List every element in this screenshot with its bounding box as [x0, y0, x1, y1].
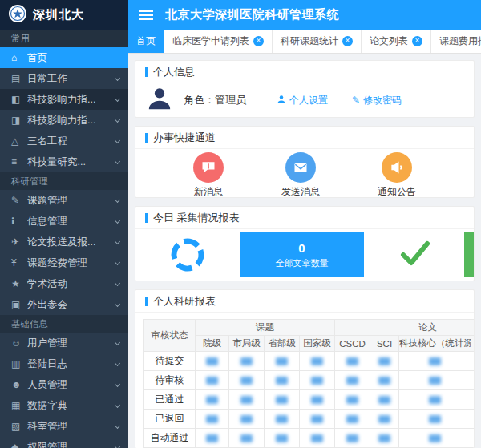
- report-count-link[interactable]: [240, 377, 253, 385]
- row-label: 已退回: [144, 410, 196, 429]
- sidebar-item-tech-influence-1[interactable]: ◧ 科技影响力指...: [0, 89, 128, 110]
- star-icon: ★: [11, 278, 27, 289]
- table-row: 待提交: [144, 352, 475, 371]
- report-count-link[interactable]: [311, 396, 323, 404]
- sidebar-item-department-mgmt[interactable]: ▧ 科室管理: [0, 416, 128, 437]
- report-count-link[interactable]: [378, 434, 390, 442]
- calendar-icon: ▤: [11, 73, 27, 84]
- report-count-link[interactable]: [311, 357, 323, 365]
- user-settings-icon: [277, 95, 286, 107]
- logo-text: 深圳北大: [33, 7, 84, 22]
- sidebar-item-tech-volume-research[interactable]: ≡ 科技量研究...: [0, 151, 128, 172]
- chevron-down-icon: [115, 280, 120, 285]
- sidebar-item-daily-work[interactable]: ▤ 日常工作: [0, 68, 128, 89]
- money-icon: ¥: [11, 257, 27, 268]
- quick-item-notice[interactable]: 通知公告: [378, 152, 416, 196]
- success-check-tile[interactable]: [364, 232, 464, 277]
- main-area: 首页 临床医学申请列表 × 科研课题统计 × 论文列表 × 课题费用报表 × 用…: [128, 30, 481, 448]
- report-count-link[interactable]: [378, 357, 390, 365]
- report-count-link[interactable]: [240, 357, 253, 365]
- menu-toggle-icon[interactable]: [139, 8, 153, 22]
- report-count-link[interactable]: [429, 396, 441, 404]
- tab-paper-list[interactable]: 论文列表 ×: [362, 30, 431, 53]
- sidebar-item-data-dictionary[interactable]: ▦ 数据字典: [0, 395, 128, 416]
- sidebar-section-common: 常用: [0, 30, 128, 47]
- tab-project-fee-report[interactable]: 课题费用报表 ×: [431, 30, 481, 53]
- report-count-link[interactable]: [346, 377, 358, 385]
- col-group-topic: 课题: [196, 320, 335, 336]
- people-icon: ☻: [11, 379, 27, 390]
- card-title-quick-actions: 办事快捷通道: [135, 127, 474, 149]
- personal-settings-link[interactable]: 个人设置: [277, 94, 328, 107]
- col-header-status: 审核状态: [144, 320, 196, 352]
- daily-collection-card: 今日 采集情况报表 0 全部文章数量: [135, 206, 475, 281]
- sidebar-item-academic-activity[interactable]: ★ 学术活动: [0, 273, 128, 294]
- report-count-link[interactable]: [206, 357, 218, 365]
- report-count-link[interactable]: [429, 377, 441, 385]
- report-count-link[interactable]: [206, 434, 218, 442]
- report-count-link[interactable]: [311, 434, 323, 442]
- col-header: SCI: [370, 336, 399, 352]
- chevron-down-icon: [115, 301, 120, 306]
- role-text: 角色：管理员: [184, 93, 246, 107]
- close-icon[interactable]: ×: [342, 36, 353, 46]
- tab-research-project-stats[interactable]: 科研课题统计 ×: [273, 30, 362, 53]
- sidebar-item-login-log[interactable]: ▥ 登陆日志: [0, 353, 128, 374]
- quick-item-new-message[interactable]: 新消息: [193, 152, 224, 196]
- report-count-link[interactable]: [429, 434, 441, 442]
- tab-clinical-medicine-list[interactable]: 临床医学申请列表 ×: [164, 30, 273, 53]
- report-count-link[interactable]: [378, 377, 390, 385]
- change-password-link[interactable]: ✎ 修改密码: [352, 94, 402, 107]
- chevron-down-icon: [115, 381, 120, 386]
- report-count-link[interactable]: [206, 396, 218, 404]
- sidebar-item-personnel-mgmt[interactable]: ☻ 人员管理: [0, 374, 128, 395]
- report-count-link[interactable]: [240, 396, 253, 404]
- report-count-link[interactable]: [206, 415, 218, 423]
- report-count-link[interactable]: [429, 415, 441, 423]
- report-count-link[interactable]: [346, 415, 358, 423]
- sidebar-item-project-mgmt[interactable]: ✎ 课题管理: [0, 190, 128, 211]
- sidebar-item-tech-influence-2[interactable]: ◨ 科技影响力指...: [0, 110, 128, 131]
- sidebar-item-user-mgmt[interactable]: ☺ 用户管理: [0, 333, 128, 353]
- tab-home[interactable]: 首页: [128, 30, 164, 53]
- report-count-link[interactable]: [276, 357, 288, 365]
- report-count-link[interactable]: [206, 377, 218, 385]
- report-count-link[interactable]: [276, 377, 288, 385]
- table-row: 自动通过: [144, 429, 475, 448]
- report-count-link[interactable]: [346, 434, 358, 442]
- app-logo[interactable]: 深圳北大: [0, 0, 128, 30]
- green-stat-tile-clipped[interactable]: [464, 232, 474, 277]
- sidebar-item-home[interactable]: ⌂ 首页: [0, 47, 128, 68]
- row-label: 自动通过: [144, 429, 196, 448]
- sidebar-item-paper-submission[interactable]: ✈ 论文投送及报...: [0, 232, 128, 252]
- info-icon: ℹ: [11, 216, 27, 227]
- report-count-link[interactable]: [429, 357, 441, 365]
- sidebar-item-info-mgmt[interactable]: ℹ 信息管理: [0, 211, 128, 232]
- sidebar-item-out-meeting[interactable]: ▣ 外出参会: [0, 294, 128, 315]
- sidebar-item-sanming-project[interactable]: △ 三名工程: [0, 131, 128, 151]
- report-count-link[interactable]: [311, 377, 323, 385]
- report-count-link[interactable]: [346, 357, 358, 365]
- row-label: 已通过: [144, 390, 196, 410]
- report-count-link[interactable]: [276, 434, 288, 442]
- chevron-down-icon: [115, 402, 120, 407]
- report-count-link[interactable]: [346, 396, 358, 404]
- sidebar-item-permission-mgmt[interactable]: ◆ 权限管理: [0, 437, 128, 448]
- report-count-link[interactable]: [378, 415, 390, 423]
- quick-item-send-message[interactable]: 发送消息: [281, 152, 320, 196]
- chevron-down-icon: [115, 137, 120, 143]
- chevron-down-icon: [115, 95, 120, 101]
- report-count-link[interactable]: [378, 396, 390, 404]
- report-count-link[interactable]: [240, 415, 253, 423]
- col-header: 国家级: [300, 336, 335, 352]
- close-icon[interactable]: ×: [412, 36, 422, 46]
- home-icon: ⌂: [11, 52, 27, 63]
- report-count-link[interactable]: [311, 415, 323, 423]
- research-report-table: 审核状态 课题 论文 院级 市局级 省部级 国家级 CSCD SCI 科技核心（…: [143, 319, 474, 448]
- report-count-link[interactable]: [240, 434, 253, 442]
- report-count-link[interactable]: [276, 396, 288, 404]
- sidebar-item-project-funds[interactable]: ¥ 课题经费管理: [0, 252, 128, 273]
- report-count-link[interactable]: [276, 415, 288, 423]
- close-icon[interactable]: ×: [253, 36, 264, 46]
- all-articles-stat-tile[interactable]: 0 全部文章数量: [240, 232, 364, 277]
